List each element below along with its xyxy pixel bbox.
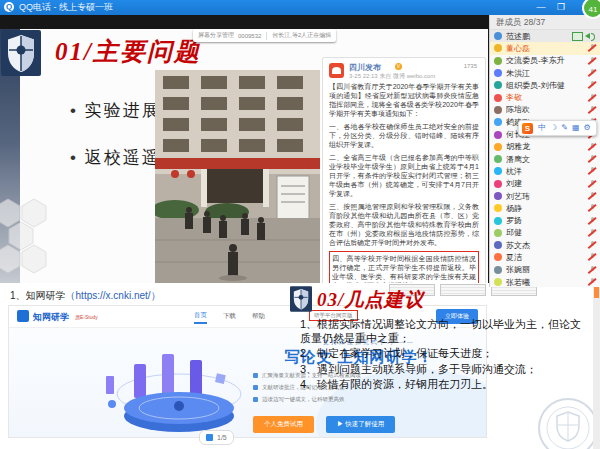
toolbar-divider <box>266 32 267 40</box>
mic-muted-icon <box>588 192 596 200</box>
cnki-nav-items: 首页下载帮助 <box>194 306 281 327</box>
member-name: 刘建 <box>506 178 588 189</box>
mic-muted-icon <box>588 241 596 249</box>
campus-photo <box>155 70 320 283</box>
member-name: 罗扬 <box>506 215 588 226</box>
member-row[interactable]: 邱健 <box>490 227 600 239</box>
screen-share-icon <box>572 32 583 41</box>
call-timer-badge[interactable]: 41 <box>582 0 600 19</box>
member-name: 董心磊 <box>506 43 588 54</box>
page-indicator: 1/5 <box>199 430 234 445</box>
suggestion-item: 1、根据实际情况调整论文方向，一切以毕业为主，但论文质量仍然是重中之重； <box>300 318 586 345</box>
mic-muted-icon <box>588 204 596 212</box>
member-avatar <box>494 192 502 200</box>
member-row[interactable]: 范述鹏 <box>490 30 600 42</box>
collab-code: 0009532 <box>238 33 261 39</box>
member-row[interactable]: 李敬 <box>490 91 600 103</box>
member-row[interactable]: 陈培欢 <box>490 104 600 116</box>
member-row[interactable]: 杨静 <box>490 202 600 214</box>
restore-button[interactable]: ❐ <box>553 0 569 15</box>
weibo-stat: 1735 <box>464 63 477 69</box>
university-shield-logo <box>1 30 41 76</box>
page-icon <box>206 434 213 441</box>
mic-muted-icon <box>588 266 596 274</box>
sogou-logo-icon[interactable]: S <box>522 123 533 134</box>
cnki-nav-item: 帮助 <box>252 310 265 323</box>
sogou-tool-icon[interactable]: 中 <box>538 122 546 134</box>
cnki-learn-button: ▶ 快速了解使用 <box>326 416 395 433</box>
member-avatar <box>494 155 502 163</box>
collab-toolbar-right: 何长江,等2人正在编辑 <box>272 31 331 40</box>
document-scrollbar-thumb <box>594 287 599 298</box>
mic-muted-icon <box>588 57 596 65</box>
honeycomb-decoration <box>0 197 60 283</box>
weibo-avatar <box>329 63 344 78</box>
member-avatar <box>494 131 502 139</box>
mic-muted-icon <box>588 81 596 89</box>
weibo-paragraph: 一、各地各学校在确保师生员工绝对安全的前提下，分区分类、分级分段、错时错峰、陆续… <box>329 122 479 149</box>
qq-call-icon: Q <box>4 2 14 12</box>
member-row[interactable]: 朱洪江 <box>490 67 600 79</box>
member-avatar <box>494 217 502 225</box>
mic-muted-icon <box>588 155 596 163</box>
mic-muted-icon <box>588 143 596 151</box>
member-row[interactable]: 胡雅龙 <box>490 141 600 153</box>
weibo-body: 【四川省教育厅关于2020年春季学期开学有关事项的通知】经省应对新型冠状病毒肺炎… <box>329 82 479 283</box>
cnki-heading-url: （https://x.cnki.net/） <box>66 290 161 301</box>
weibo-paragraph: 二、全省高三年级（含已报名参加高考的中等职业学校毕业年级学生）原则上由省上统筹于… <box>329 153 479 198</box>
suggestions-list: 1、根据实际情况调整论文方向，一切以毕业为主，但论文质量仍然是重中之重；2、制定… <box>300 318 586 394</box>
member-avatar <box>494 241 502 249</box>
member-row[interactable]: 张婉丽 <box>490 264 600 276</box>
member-name: 张若曦 <box>506 277 588 288</box>
member-avatar <box>494 106 502 114</box>
member-name: 杨静 <box>506 203 588 214</box>
sogou-input-bar[interactable]: S 中☽✎▦⚙ <box>518 120 597 136</box>
member-row[interactable]: 夏洁 <box>490 251 600 263</box>
cnki-heading: 1、知网研学（https://x.cnki.net/） <box>10 289 161 303</box>
member-row[interactable]: 董心磊 <box>490 42 600 54</box>
verified-badge-icon: V <box>395 63 402 70</box>
member-row[interactable]: 苏文杰 <box>490 239 600 251</box>
member-row[interactable]: 杭洋 <box>490 165 600 177</box>
member-row[interactable]: 交流委员-李东升 <box>490 55 600 67</box>
cnki-logo-text: 知网研学 <box>33 311 69 324</box>
weibo-paragraph: 【四川省教育厅关于2020年春季学期开学有关事项的通知】经省应对新型冠状病毒肺炎… <box>329 82 479 118</box>
member-row[interactable]: 刘艺玮 <box>490 190 600 202</box>
member-row[interactable]: 罗扬 <box>490 214 600 226</box>
sogou-tool-icon[interactable]: ⚙ <box>583 122 590 134</box>
weibo-paragraph: 四、高等学校开学时间根据全国疫情防控情况另行确定，正式开学前学生不得提前返校。毕… <box>329 251 479 283</box>
sogou-tool-icon[interactable]: ✎ <box>561 122 568 134</box>
cnki-trial-button: 个人免费试用 <box>253 416 314 433</box>
window-title: QQ电话 - 线上专硕一班 <box>19 0 113 15</box>
member-avatar <box>494 118 502 126</box>
member-row[interactable]: 组织委员-刘伟健 <box>490 79 600 91</box>
cnki-illustration <box>104 346 254 438</box>
member-name: 交流委员-李东升 <box>506 55 588 66</box>
qq-call-window: Q QQ电话 - 线上专硕一班 — ❐ 41 01/主要问题 实验进展缓慢返校遥… <box>0 0 600 449</box>
member-avatar <box>494 81 502 89</box>
sogou-tool-icon[interactable]: ☽ <box>550 122 557 134</box>
mic-muted-icon <box>588 94 596 102</box>
member-panel: 群成员 28/37 范述鹏 董心磊 <box>489 15 600 287</box>
window-titlebar[interactable]: Q QQ电话 - 线上专硕一班 — ❐ <box>0 0 600 15</box>
cnki-tagline: 原E-Study <box>75 314 98 320</box>
member-name: 潘鹰文 <box>506 154 588 165</box>
weibo-timestamp: 3-25 22:13 来自 微博 weibo.com <box>349 72 435 81</box>
member-name: 夏洁 <box>506 252 588 263</box>
member-row[interactable]: 张若曦 <box>490 276 600 288</box>
member-avatar <box>494 44 502 52</box>
mic-muted-icon <box>588 278 596 286</box>
cnki-nav-item: 首页 <box>194 309 207 324</box>
minimize-button[interactable]: — <box>533 0 549 15</box>
member-avatar <box>494 57 502 65</box>
university-shield-logo-small <box>290 286 312 312</box>
member-row[interactable]: 刘建 <box>490 178 600 190</box>
member-row[interactable]: 潘鹰文 <box>490 153 600 165</box>
member-avatar <box>494 229 502 237</box>
mic-muted-icon <box>588 44 596 52</box>
sogou-tool-icon[interactable]: ▦ <box>572 122 580 134</box>
mic-muted-icon <box>588 229 596 237</box>
member-panel-header: 群成员 28/37 <box>490 15 600 30</box>
mic-muted-icon <box>588 180 596 188</box>
member-name: 胡雅龙 <box>506 141 588 152</box>
